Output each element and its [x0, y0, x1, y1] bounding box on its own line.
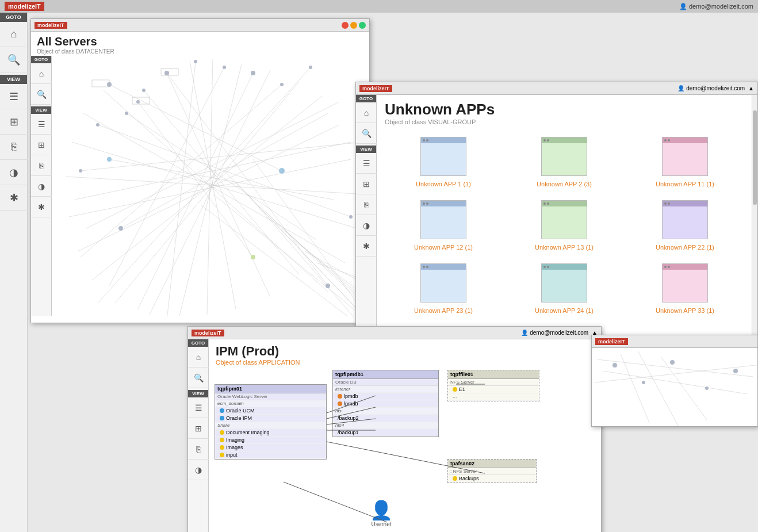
app-icon-11 [662, 137, 708, 177]
ipm-section-nfs: nfs [333, 408, 438, 415]
window-ipm-prod: modelizeIT 👤 demo@modelizeit.com ▲ GOTO … [187, 326, 602, 532]
ipm-row-backup1: /backup1 [333, 429, 438, 437]
ipm-node-tpafsan02[interactable]: tpafsan02 : NFS Server Backups [447, 459, 537, 483]
app-icon-img-13 [541, 200, 587, 239]
win-all-servers-controls[interactable] [342, 22, 366, 29]
win-unknown-apps-brand: modelizeIT [359, 85, 392, 92]
win-sidebar-grid[interactable]: ⊞ [31, 135, 52, 155]
svg-line-20 [150, 70, 270, 315]
win-all-servers-min[interactable] [350, 22, 357, 29]
app-label-11: Unknown APP 11 (1) [656, 181, 714, 187]
svg-line-30 [236, 182, 362, 315]
win-unknown-apps-scrollup[interactable]: ▲ [748, 85, 754, 91]
win-sidebar-view: VIEW [31, 106, 51, 114]
sidebar-share-icon[interactable]: ⎘ [0, 135, 28, 160]
win-ipm-list[interactable]: ☰ [188, 397, 209, 418]
win-unknown-apps-titlebar[interactable]: modelizeIT 👤 demo@modelizeit.com ▲ [356, 82, 757, 95]
win-sidebar-list[interactable]: ☰ [31, 114, 52, 135]
ipm-node-tqpfipm01[interactable]: tqpfipm01 Oracle WebLogic Server ecm_dom… [215, 384, 327, 460]
main-area: modelizeIT All Servers Object of class D… [28, 13, 758, 532]
win-all-servers-close[interactable] [342, 22, 349, 29]
svg-point-57 [107, 157, 112, 162]
win-ua-plugin[interactable]: ✱ [356, 236, 377, 257]
win-sidebar-chart[interactable]: ◑ [31, 176, 52, 197]
ipm-node-tqpffile01[interactable]: tqpffile01 NFS Server E1 ··· [447, 370, 539, 401]
ipm-node-tpafsan02-title: tpafsan02 [448, 460, 536, 468]
ipm-node-tqpfipmdb1[interactable]: tqpfipmdb1 Oracle DB listener lpmdb lpmd… [332, 370, 439, 437]
svg-line-7 [81, 85, 282, 257]
app-item-12[interactable]: Unknown APP 12 (1) [386, 197, 501, 254]
svg-point-54 [326, 284, 330, 288]
app-item-33[interactable]: Unknown APP 33 (1) [627, 260, 742, 317]
win-ua-home[interactable]: ⌂ [356, 102, 377, 123]
svg-line-2 [167, 73, 328, 286]
app-item-1[interactable]: Unknown APP 1 (1) [386, 133, 501, 191]
ipm-node-tqpfipm01-title: tqpfipm01 [215, 385, 326, 393]
win-sidebar-plugin[interactable]: ✱ [31, 197, 52, 217]
sidebar-goto-label: GOTO [0, 13, 27, 22]
win-ua-share[interactable]: ⎘ [356, 194, 377, 215]
sidebar-search-icon[interactable]: 🔍 [0, 47, 28, 72]
sidebar-home-icon[interactable]: ⌂ [0, 22, 28, 47]
win-ipm-share[interactable]: ⎘ [188, 439, 209, 460]
win-unknown-apps-header: Unknown APPs Object of class VISUAL-GROU… [377, 95, 752, 128]
sidebar-chart-icon[interactable]: ◑ [0, 160, 28, 185]
win-ua-search[interactable]: 🔍 [356, 123, 377, 144]
ipm-row-dots: ··· [448, 393, 539, 401]
win-sidebar-share[interactable]: ⎘ [31, 155, 52, 176]
app-label-12: Unknown APP 12 (1) [414, 244, 473, 251]
scrollbar-thumb[interactable] [753, 110, 757, 205]
ipm-row-e1-text: E1 [459, 386, 465, 392]
app-item-23[interactable]: Unknown APP 23 (1) [386, 260, 501, 317]
svg-point-45 [79, 169, 82, 173]
svg-point-52 [279, 168, 285, 174]
ipm-section-ecm: ecm_domain [215, 400, 326, 407]
svg-line-21 [115, 82, 299, 303]
win-ipm-search[interactable]: 🔍 [188, 368, 209, 388]
win-ua-goto: GOTO [356, 95, 376, 102]
ipm-row-backups-text: Backups [459, 476, 479, 481]
ipm-row-ipm-text: Oracle IPM [226, 415, 252, 421]
svg-point-48 [280, 83, 284, 86]
win-ipm-header: IPM (Prod) Object of class APPLICATION [209, 339, 601, 367]
win-all-servers-titlebar[interactable]: modelizeIT [31, 19, 369, 32]
svg-line-39 [213, 194, 369, 316]
app-item-11[interactable]: Unknown APP 11 (1) [627, 133, 742, 191]
app-icon-23 [420, 263, 466, 304]
svg-point-79 [670, 360, 675, 365]
win-sidebar-home[interactable]: ⌂ [31, 63, 52, 84]
network-graph [52, 56, 369, 316]
ipm-dot-ucm [220, 408, 224, 413]
svg-line-26 [72, 142, 357, 228]
win-ua-list[interactable]: ☰ [356, 153, 377, 174]
win-partial-brand: modelizeIT [595, 338, 628, 345]
win-ipm-grid[interactable]: ⊞ [188, 418, 209, 439]
svg-point-46 [118, 226, 123, 231]
sidebar-list-icon[interactable]: ☰ [0, 84, 28, 109]
ipm-row-input: input [215, 451, 326, 459]
win-partial-content [592, 348, 757, 426]
svg-point-60 [165, 71, 169, 75]
win-all-servers-max[interactable] [359, 22, 366, 29]
app-icon-img-33 [662, 263, 708, 303]
win-partial-titlebar[interactable]: modelizeIT [592, 335, 757, 348]
app-item-2[interactable]: Unknown APP 2 (3) [507, 133, 622, 191]
win-ipm-sidebar: GOTO ⌂ 🔍 VIEW ☰ ⊞ ⎘ ◑ [188, 339, 209, 532]
ipm-dot-backups [453, 476, 457, 481]
app-icon-img-22 [662, 200, 708, 239]
win-ua-chart[interactable]: ◑ [356, 215, 377, 236]
app-label-24: Unknown APP 24 (1) [535, 307, 594, 314]
win-ipm-home[interactable]: ⌂ [188, 347, 209, 368]
sidebar-grid-icon[interactable]: ⊞ [0, 109, 28, 135]
win-ipm-chart[interactable]: ◑ [188, 460, 209, 480]
win-ipm-view: VIEW [188, 390, 208, 397]
svg-line-76 [661, 357, 707, 420]
win-sidebar-search[interactable]: 🔍 [31, 84, 52, 105]
win-ua-grid[interactable]: ⊞ [356, 174, 377, 194]
app-item-24[interactable]: Unknown APP 24 (1) [507, 260, 622, 317]
win-ipm-titlebar[interactable]: modelizeIT 👤 demo@modelizeit.com ▲ [188, 327, 601, 339]
app-item-22[interactable]: Unknown APP 22 (1) [627, 197, 742, 254]
network-svg [52, 56, 369, 316]
app-item-13[interactable]: Unknown APP 13 (1) [507, 197, 622, 254]
sidebar-plugin-icon[interactable]: ✱ [0, 185, 28, 210]
